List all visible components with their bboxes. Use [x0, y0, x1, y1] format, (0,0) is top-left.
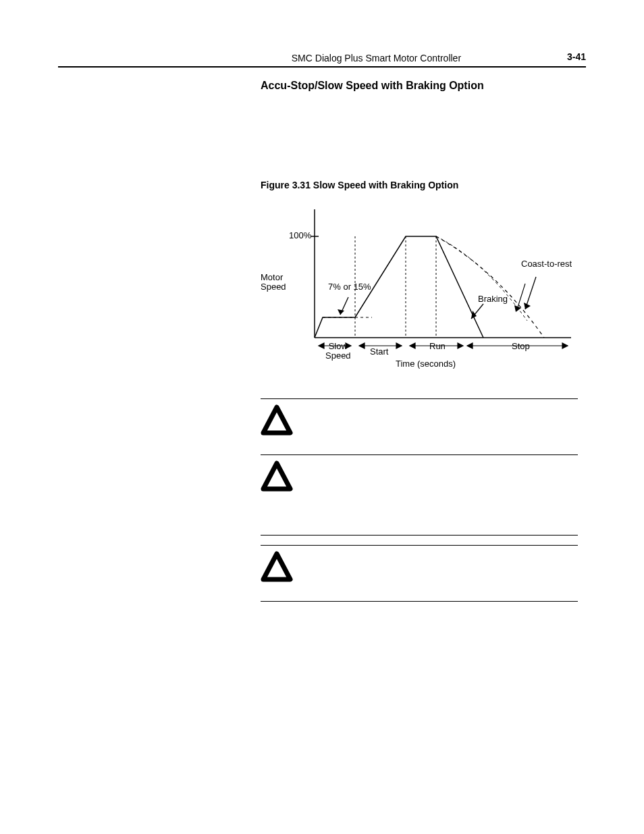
- warning-triangle-icon: [261, 461, 293, 493]
- svg-marker-20: [359, 343, 365, 348]
- phase-stop-label: Stop: [512, 342, 530, 351]
- attention-block-1: [261, 398, 578, 454]
- coast-to-rest-label: Coast-to-rest: [521, 259, 572, 269]
- attention-block-separator: [261, 535, 578, 545]
- attention-blocks: [261, 398, 578, 602]
- svg-marker-24: [458, 343, 463, 348]
- y-axis-label: Motor Speed: [261, 273, 286, 292]
- phase-slow-line1: Slow: [329, 341, 348, 351]
- braking-label: Braking: [478, 294, 508, 304]
- phase-slow-line2: Speed: [325, 350, 351, 361]
- attention-block-3: [261, 545, 578, 602]
- svg-marker-8: [338, 309, 344, 315]
- warning-triangle-icon: [261, 551, 293, 583]
- slow-speed-value-label: 7% or 15%: [328, 282, 371, 292]
- svg-marker-17: [319, 343, 324, 348]
- svg-marker-26: [467, 343, 473, 348]
- y-axis-label-line1: Motor: [261, 272, 283, 282]
- warning-triangle-icon: [261, 405, 293, 437]
- phase-slow-speed-label: Slow Speed: [325, 342, 351, 361]
- svg-line-15: [517, 284, 525, 309]
- svg-marker-23: [410, 343, 415, 348]
- running-header-title: SMC Dialog Plus Smart Motor Controller: [292, 53, 461, 63]
- figure-chart: 100% Motor Speed 7% or 15% Coast-to-rest…: [261, 203, 578, 378]
- attention-block-2: [261, 454, 578, 535]
- figure-caption: Figure 3.31 Slow Speed with Braking Opti…: [261, 180, 586, 190]
- svg-marker-21: [396, 343, 402, 348]
- phase-start-label: Start: [370, 347, 388, 357]
- section-heading: Accu-Stop/Slow Speed with Braking Option: [261, 80, 586, 92]
- page-number: 3-41: [567, 51, 586, 62]
- page: SMC Dialog Plus Smart Motor Controller .…: [0, 0, 644, 834]
- svg-marker-27: [562, 343, 568, 348]
- x-axis-label: Time (seconds): [396, 359, 456, 369]
- y-tick-100: 100%: [289, 231, 311, 240]
- phase-run-label: Run: [429, 342, 446, 351]
- y-axis-label-line2: Speed: [261, 282, 286, 292]
